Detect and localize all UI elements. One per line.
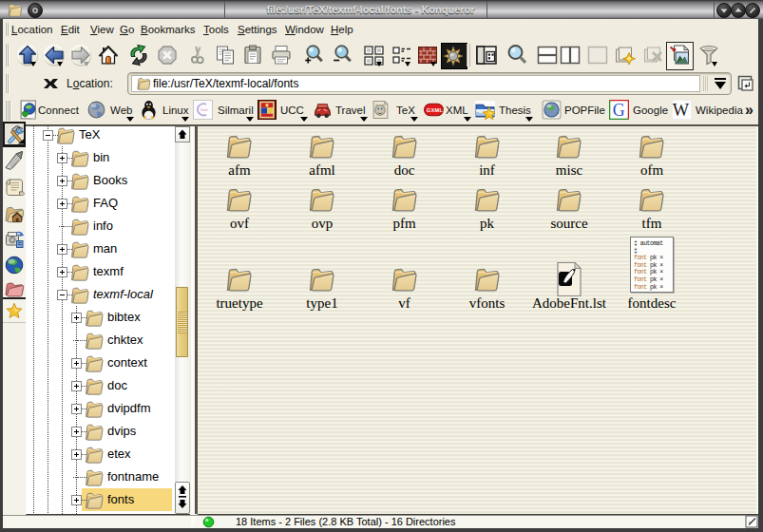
svg-text:G: G (613, 101, 625, 120)
svg-text:W: W (673, 101, 690, 120)
svg-text:Gmk: Gmk (200, 108, 208, 112)
svg-text:GXMLɔ: GXMLɔ (427, 107, 444, 113)
